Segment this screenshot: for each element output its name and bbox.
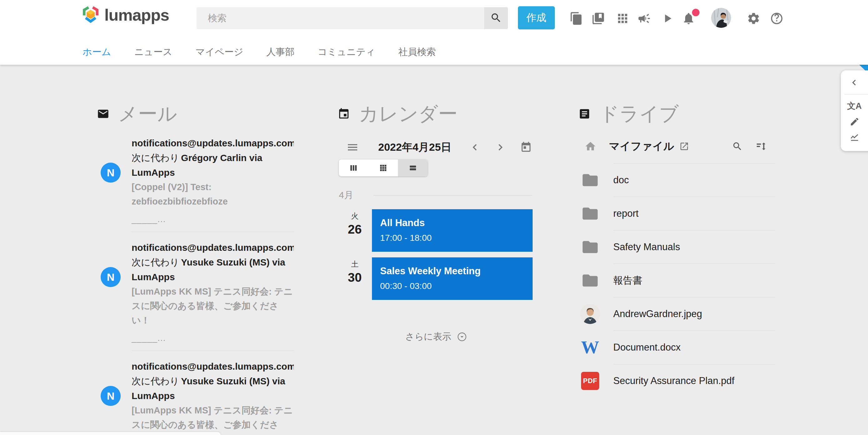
sender-name: 次に代わりGrégory Carlin via LumApps bbox=[132, 150, 294, 180]
sender-name: 次に代わりYusuke Suzuki (MS) via LumApps bbox=[132, 374, 294, 403]
calendar-widget: カレンダー 2022年4月25日 bbox=[338, 65, 534, 343]
drive-file-row[interactable]: AndrewGardner.jpeg bbox=[578, 297, 775, 330]
sender-avatar: N bbox=[101, 386, 121, 406]
calendar-day-label: 火 26 bbox=[338, 209, 372, 252]
event-time: 00:30 - 03:00 bbox=[380, 281, 533, 291]
file-name: AndrewGardner.jpeg bbox=[613, 308, 702, 320]
home-icon[interactable] bbox=[585, 140, 596, 152]
drive-toolbar: マイファイル bbox=[578, 136, 775, 156]
folder-name: doc bbox=[613, 174, 629, 186]
megaphone-icon[interactable] bbox=[637, 11, 651, 26]
notification-badge bbox=[692, 9, 700, 16]
event-title: Sales Weekly Meeting bbox=[380, 265, 533, 277]
calendar-widget-header: カレンダー bbox=[338, 103, 534, 125]
chevron-right-icon[interactable] bbox=[494, 142, 506, 153]
drive-folder-row[interactable]: report bbox=[578, 197, 775, 230]
open-in-new-icon[interactable] bbox=[679, 141, 689, 151]
calendar-event[interactable]: All Hands 17:00 - 18:00 bbox=[372, 209, 533, 252]
view-agenda-button[interactable] bbox=[398, 160, 428, 176]
image-thumbnail bbox=[580, 304, 600, 324]
nav-tab-news[interactable]: ニュース bbox=[134, 46, 172, 58]
view-month-button[interactable] bbox=[369, 160, 398, 176]
chevron-left-icon[interactable] bbox=[469, 142, 481, 153]
sender-avatar: N bbox=[101, 267, 121, 287]
sort-icon[interactable] bbox=[756, 141, 767, 152]
caret-down-circle-icon bbox=[457, 332, 467, 342]
nav-tab-employee-search[interactable]: 社員検索 bbox=[399, 46, 436, 58]
mail-list-item[interactable]: N notifications@updates.lumapps.com 次に代わ… bbox=[97, 136, 294, 224]
settings-gear-icon[interactable] bbox=[746, 11, 761, 26]
drive-file-row[interactable]: PDF Security Assurance Plan.pdf bbox=[578, 364, 775, 398]
nav-tab-mypage[interactable]: マイページ bbox=[196, 46, 244, 58]
divider bbox=[844, 94, 868, 94]
folder-icon bbox=[580, 270, 600, 291]
mail-list: N notifications@updates.lumapps.com 次に代わ… bbox=[97, 136, 294, 435]
mail-list-item[interactable]: N notifications@updates.lumapps.com 次に代わ… bbox=[97, 240, 294, 343]
file-name: Document.docx bbox=[613, 342, 680, 353]
translate-icon[interactable]: 文A bbox=[841, 98, 868, 114]
event-time: 17:00 - 18:00 bbox=[380, 233, 533, 243]
horizontal-scrollbar[interactable] bbox=[0, 432, 221, 435]
calendar-event[interactable]: Sales Weekly Meeting 00:30 - 03:00 bbox=[372, 257, 533, 300]
show-more-button[interactable]: さらに表示 bbox=[338, 330, 534, 343]
mail-subject: [Coppel (V2)] Test: zebfioezbibfiozebfio… bbox=[132, 180, 294, 209]
calendar-icon bbox=[338, 108, 350, 120]
divider bbox=[132, 232, 294, 232]
pdf-file-icon: PDF bbox=[580, 371, 600, 391]
folder-name: report bbox=[613, 208, 639, 219]
drive-folder-row[interactable]: 報告書 bbox=[578, 264, 775, 297]
nav-tab-home[interactable]: ホーム bbox=[83, 46, 111, 58]
calendar-toolbar: 2022年4月25日 bbox=[338, 138, 534, 156]
drive-document-icon bbox=[578, 108, 591, 120]
mail-widget-header: メール bbox=[97, 103, 294, 125]
mail-subject: [LumApps KK MS] テニス同好会: テニスに関心のある皆様、ご参加く… bbox=[132, 403, 294, 435]
nav-tab-hr[interactable]: 人事部 bbox=[266, 46, 294, 58]
notifications-bell-icon[interactable] bbox=[681, 11, 696, 26]
date-picker-icon[interactable] bbox=[520, 141, 532, 153]
collapse-chevron-left-icon[interactable] bbox=[841, 75, 868, 90]
folder-icon bbox=[580, 204, 600, 224]
drive-search-icon[interactable] bbox=[732, 141, 743, 152]
user-avatar[interactable] bbox=[711, 8, 731, 28]
mail-item-body: notifications@updates.lumapps.com 次に代わりY… bbox=[132, 240, 294, 343]
drive-file-row[interactable]: W Document.docx bbox=[578, 331, 775, 364]
create-button[interactable]: 作成 bbox=[518, 6, 555, 29]
folder-name: Safety Manuals bbox=[613, 241, 680, 253]
global-search bbox=[196, 7, 508, 29]
drive-widget-title: ドライブ bbox=[599, 101, 679, 127]
dashboard-content: メール N notifications@updates.lumapps.com … bbox=[0, 65, 868, 435]
mail-snippet: _____... bbox=[132, 333, 294, 343]
lumapps-logo[interactable]: lumapps bbox=[82, 5, 169, 25]
library-bookmark-icon[interactable] bbox=[591, 11, 606, 26]
mail-widget-title: メール bbox=[118, 101, 177, 127]
drive-location-label: マイファイル bbox=[609, 139, 674, 153]
word-file-icon: W bbox=[580, 338, 600, 357]
mail-item-body: notifications@updates.lumapps.com 次に代わりG… bbox=[132, 136, 294, 224]
menu-hamburger-icon[interactable] bbox=[346, 141, 359, 153]
show-more-label: さらに表示 bbox=[405, 330, 451, 343]
month-label: 4月 bbox=[339, 189, 353, 202]
view-week-button[interactable] bbox=[339, 160, 369, 176]
drive-folder-row[interactable]: doc bbox=[578, 164, 775, 197]
divider bbox=[132, 351, 294, 351]
analytics-chart-icon[interactable] bbox=[841, 129, 868, 145]
play-icon[interactable] bbox=[660, 11, 675, 26]
main-navigation: ホーム ニュース マイページ 人事部 コミュニティ 社員検索 bbox=[83, 46, 436, 58]
calendar-widget-title: カレンダー bbox=[359, 101, 458, 127]
pages-icon[interactable] bbox=[569, 11, 584, 26]
apps-grid-icon[interactable] bbox=[615, 11, 630, 26]
mail-list-item[interactable]: N notifications@updates.lumapps.com 次に代わ… bbox=[97, 359, 294, 435]
search-button[interactable] bbox=[484, 7, 508, 29]
nav-tab-community[interactable]: コミュニティ bbox=[317, 46, 375, 58]
calendar-day-row: 土 30 Sales Weekly Meeting 00:30 - 03:00 bbox=[338, 257, 534, 300]
search-input[interactable] bbox=[196, 7, 484, 29]
sender-avatar: N bbox=[101, 163, 121, 183]
drive-folder-row[interactable]: Safety Manuals bbox=[578, 230, 775, 264]
top-header: lumapps 作成 bbox=[0, 0, 868, 65]
folder-name: 報告書 bbox=[613, 274, 642, 287]
sender-email: notifications@updates.lumapps.com bbox=[132, 240, 294, 255]
drive-widget: ドライブ マイファイル bbox=[578, 65, 775, 398]
edit-pencil-icon[interactable] bbox=[841, 114, 868, 129]
help-icon[interactable] bbox=[770, 11, 784, 26]
mail-widget: メール N notifications@updates.lumapps.com … bbox=[97, 65, 294, 435]
